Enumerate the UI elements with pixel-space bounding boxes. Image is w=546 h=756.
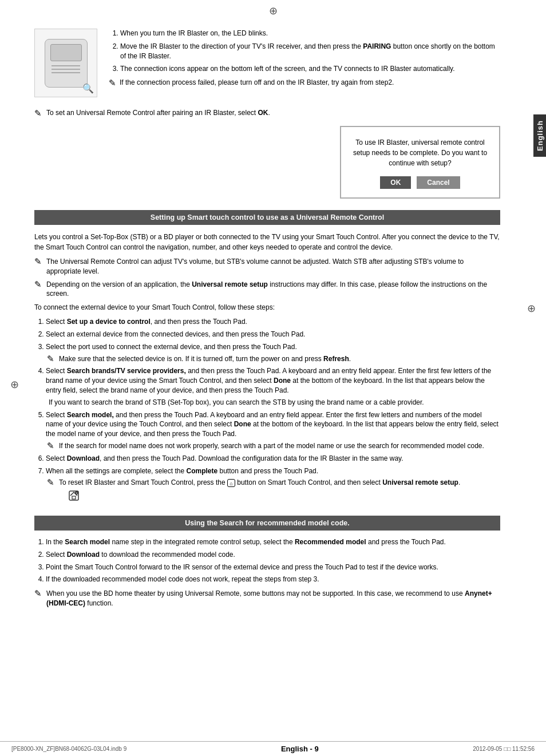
s3-step1: In the Search model name step in the int… [46, 537, 500, 547]
s2-step5: Select Search model, and then press the … [46, 410, 500, 451]
step5-note-icon: ✎ [47, 441, 54, 450]
dialog-cancel-button[interactable]: Cancel [417, 176, 460, 189]
ir-device-line2 [52, 69, 80, 70]
page-number: English - 9 [281, 745, 319, 753]
s3-note-text: When you use the BD home theater by usin… [46, 589, 500, 608]
s3-step3: Point the Smart Touch Control forward to… [46, 563, 500, 572]
page: ⊕ ⊕ ⊕ English 🔍 When you [0, 0, 546, 756]
section2-intro: Lets you control a Set-Top-Box (STB) or … [34, 232, 500, 252]
ir-step2-bold: PAIRING [363, 42, 391, 50]
s2-step3-subnote: ✎ Make sure that the selected device is … [46, 354, 500, 364]
s3-step2: Select Download to download the recommen… [46, 550, 500, 560]
section3: Using the Search for recommended model c… [34, 516, 500, 608]
s2-step4: Select Search brands/TV service provider… [46, 366, 500, 407]
page-footer: [PE8000-XN_ZF]BN68-04062G-03L04.indb 9 E… [0, 741, 546, 756]
section2-steps: Select Set up a device to control, and t… [34, 317, 500, 504]
ir-note: ✎ If the connection process failed, plea… [109, 78, 500, 87]
binding-mark-top: ⊕ [269, 5, 278, 17]
s2-step4-done: Done [274, 377, 291, 385]
remote-button-icon: ⌂ [227, 479, 235, 487]
language-tab: English [533, 114, 546, 157]
ir-device-line3 [52, 72, 80, 73]
ir-device-line1 [52, 65, 80, 66]
ir-step1: When you turn the IR Blaster on, the LED… [120, 29, 500, 38]
ir-step3: The connection icons appear on the botto… [120, 64, 500, 74]
ok-note-icon: ✎ [34, 109, 42, 117]
binding-mark-right: ⊕ [527, 302, 536, 315]
s2-step1: Select Set up a device to control, and t… [46, 317, 500, 327]
ir-device-inner [45, 39, 88, 88]
footer-left: [PE8000-XN_ZF]BN68-04062G-03L04.indb 9 [11, 746, 126, 752]
section3-steps: In the Search model name step in the int… [34, 537, 500, 584]
ir-numbered-steps: When you turn the IR Blaster on, the LED… [109, 29, 500, 74]
note2-text: Depending on the version of an applicati… [46, 280, 500, 299]
s2-step5-bold: Search model, [67, 411, 114, 419]
section3-header: Using the Search for recommended model c… [34, 516, 500, 531]
step3-refresh: Refresh [323, 355, 349, 363]
ok-note: ✎ To set an Universal Remote Control aft… [34, 109, 500, 117]
home-icon-block: + [68, 490, 80, 504]
s2-step5-subnote: ✎ If the search for model name does not … [46, 441, 500, 451]
ok-note-bold: OK [258, 109, 268, 117]
section2-follow: To connect the external device to your S… [34, 302, 500, 312]
dialog-text: To use IR Blaster, universal remote cont… [353, 137, 488, 168]
magnifier-icon: 🔍 [82, 83, 94, 94]
dialog-ok-button[interactable]: OK [380, 176, 411, 189]
ir-device-image: 🔍 [34, 29, 97, 97]
ir-blaster-section: 🔍 When you turn the IR Blaster on, the L… [34, 29, 500, 97]
dialog-buttons: OK Cancel [353, 176, 488, 189]
step7-note-icon: ✎ [47, 478, 54, 486]
dialog-box: To use IR Blaster, universal remote cont… [340, 126, 500, 199]
s2-step6: Select Download, and then press the Touc… [46, 454, 500, 464]
s2-step5-done: Done [234, 420, 251, 428]
ir-steps-list: When you turn the IR Blaster on, the LED… [109, 29, 500, 97]
main-content: 🔍 When you turn the IR Blaster on, the L… [0, 0, 546, 629]
ir-device-screen [50, 44, 82, 61]
dialog-container: To use IR Blaster, universal remote cont… [34, 126, 500, 199]
section2-note1: ✎ The Universal Remote Control can adjus… [34, 257, 500, 276]
s2-step4-sub: If you want to search the brand of STB (… [46, 398, 500, 407]
s3-step2-bold: Download [67, 551, 100, 559]
step3-note-text: Make sure that the selected device is on… [59, 354, 351, 364]
s2-step7-bold: Complete [186, 467, 217, 475]
step7-note-bold: Universal remote setup [382, 478, 458, 486]
section2-note2: ✎ Depending on the version of an applica… [34, 280, 500, 299]
svg-text:+: + [76, 491, 78, 494]
s2-step2: Select an external device from the conne… [46, 330, 500, 339]
s2-step7-subnote: ✎ To reset IR Blaster and Smart Touch Co… [46, 478, 500, 504]
section2: Setting up Smart touch control to use as… [34, 210, 500, 504]
house-icon: + [68, 490, 80, 501]
note1-icon: ✎ [34, 257, 42, 266]
svg-rect-1 [72, 496, 76, 499]
s3-note-icon: ✎ [34, 589, 42, 597]
s2-step1-bold: Set up a device to control [67, 318, 151, 326]
s3-step4: If the downloaded recommended model code… [46, 575, 500, 584]
ir-step2: Move the IR Blaster to the direction of … [120, 42, 500, 61]
footer-right: 2012-09-05 □□ 11:52:56 [473, 746, 535, 752]
s2-step7: When all the settings are complete, sele… [46, 466, 500, 504]
note2-icon: ✎ [34, 280, 42, 288]
s3-step1-bold2: Recommended model [295, 538, 366, 546]
ok-note-text: To set an Universal Remote Control after… [46, 109, 270, 117]
s2-step3: Select the port used to connect the exte… [46, 342, 500, 364]
s2-step6-bold: Download [67, 454, 100, 462]
binding-mark-left: ⊕ [10, 378, 19, 391]
section2-header: Setting up Smart touch control to use as… [34, 210, 500, 225]
step7-note-text: To reset IR Blaster and Smart Touch Cont… [59, 478, 460, 504]
step3-note-icon: ✎ [47, 354, 54, 363]
section3-note: ✎ When you use the BD home theater by us… [34, 589, 500, 608]
s3-step1-bold1: Search model [65, 538, 110, 546]
note2-bold: Universal remote setup [192, 280, 268, 288]
s2-step4-bold: Search brands/TV service providers, [67, 367, 186, 375]
note-icon: ✎ [109, 78, 116, 87]
